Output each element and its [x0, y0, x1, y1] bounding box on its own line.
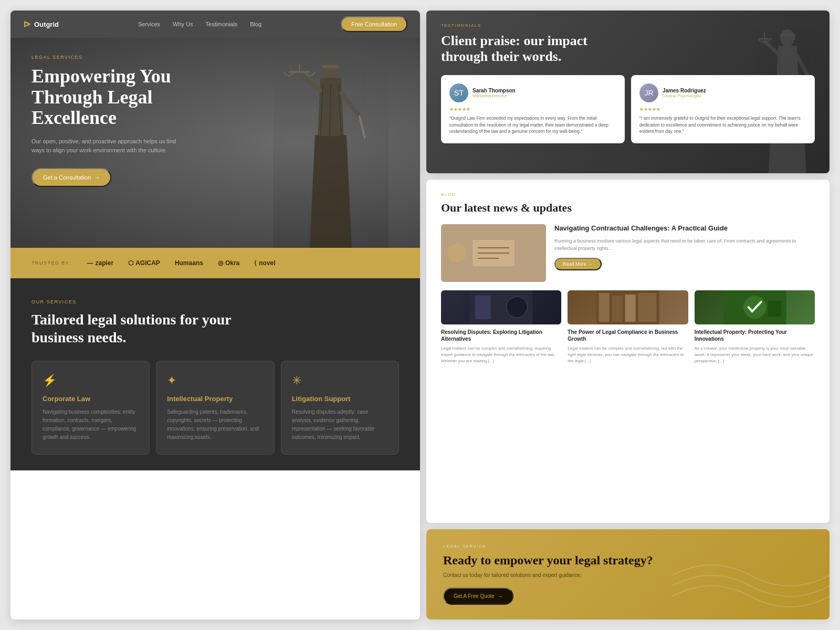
testimonial-1-info: Sarah Thompson Marketing Director	[472, 88, 516, 98]
hero-cta-label: Get a Consultation	[43, 174, 91, 181]
services-tag: OUR SERVICES	[32, 299, 399, 304]
trusted-logo-agicap: ⬡ AGICAP	[128, 259, 160, 267]
cta-section: LEGAL SERVICE Ready to empower your lega…	[426, 529, 830, 620]
nav-links: Services Why Us Testimonials Blog	[138, 21, 261, 27]
svg-point-14	[447, 244, 466, 262]
svg-rect-19	[599, 293, 610, 322]
testimonial-1-text: "Outgrid Law Firm exceeded my expectatio…	[449, 115, 616, 135]
blog-small-image-1	[441, 290, 561, 324]
trusted-section: TRUSTED BY: — zapier ⬡ AGICAP Humaans ◎ …	[10, 248, 420, 278]
trusted-logos: — zapier ⬡ AGICAP Humaans ◎ Okra ⟨ novel	[87, 259, 276, 267]
corporate-icon: ⚡	[43, 374, 139, 387]
svg-line-4	[360, 117, 365, 138]
blog-small-title-2: The Power of Legal Compliance in Busines…	[568, 329, 688, 342]
blog-small-cards: Resolving Disputes: Exploring Litigation…	[441, 290, 815, 364]
agicap-icon: ⬡	[128, 259, 133, 267]
service-card-litigation: ✳ Litigation Support Resolving disputes …	[281, 361, 399, 455]
hero-subtitle: Our open, positive, and proactive approa…	[32, 137, 189, 155]
testimonial-2-stars: ★★★★★	[639, 107, 806, 112]
blog-small-image-3	[695, 290, 815, 324]
blog-tag: BLOG	[441, 192, 815, 197]
blog-small-desc-1: Legal matters can be complex and overwhe…	[441, 345, 561, 364]
litigation-icon: ✳	[292, 374, 388, 387]
testimonials-title: Client praise: our impact through their …	[441, 33, 620, 65]
hero-title: Empowering You Through Legal Excellence	[32, 66, 231, 129]
trusted-logo-novel: ⟨ novel	[254, 259, 275, 267]
logo: ⊳ Outgrid	[23, 18, 59, 30]
nav-link-whyus[interactable]: Why Us	[173, 21, 193, 27]
blog-featured-desc: Running a business involves various lega…	[554, 237, 815, 253]
services-cards: ⚡ Corporate Law Navigating business comp…	[32, 361, 399, 455]
cta-waves	[672, 554, 830, 620]
ip-icon: ✦	[167, 374, 263, 387]
logo-text: Outgrid	[34, 20, 59, 28]
nav-link-testimonials[interactable]: Testimonials	[206, 21, 238, 27]
litigation-desc: Resolving disputes adeptly: case analysi…	[292, 408, 388, 442]
cta-btn-label: Get A Free Quote	[454, 593, 495, 599]
hero-statue	[273, 48, 388, 248]
cta-btn-arrow: →	[498, 593, 503, 599]
testimonial-2-avatar-img: JR	[639, 83, 658, 102]
nav-cta-button[interactable]: Free Consultation	[341, 16, 407, 32]
corporate-name: Corporate Law	[43, 395, 139, 403]
blog-featured-content: Navigating Contractual Challenges: A Pra…	[554, 224, 815, 282]
novel-icon: ⟨	[254, 259, 257, 267]
logo-icon: ⊳	[23, 18, 31, 30]
right-panel: TESTIMONIALS Client praise: our impact t…	[426, 10, 830, 620]
svg-rect-25	[768, 301, 781, 317]
svg-rect-16	[475, 296, 491, 319]
blog-small-card-1: Resolving Disputes: Exploring Litigation…	[441, 290, 561, 364]
testimonial-2-text: "I am immensely grateful to Outgrid for …	[639, 115, 806, 135]
blog-title: Our latest news & updates	[441, 201, 815, 215]
blog-small-desc-3: As a creator, your intellectual property…	[695, 345, 815, 364]
blog-small-desc-2: Legal matters can be complex and overwhe…	[568, 345, 688, 364]
testimonial-card-1: ST Sarah Thompson Marketing Director ★★★…	[441, 75, 625, 143]
testimonial-1-role: Marketing Director	[472, 93, 516, 98]
left-panel: ⊳ Outgrid Services Why Us Testimonials B…	[10, 10, 420, 620]
testimonials-tag: TESTIMONIALS	[441, 23, 815, 28]
hero-cta-button[interactable]: Get a Consultation →	[32, 168, 111, 187]
testimonials-section: TESTIMONIALS Client praise: our impact t…	[426, 10, 830, 173]
svg-rect-20	[612, 296, 623, 322]
testimonial-1-name: Sarah Thompson	[472, 88, 516, 93]
svg-point-17	[507, 297, 528, 318]
okra-icon: ◎	[218, 259, 223, 267]
corporate-desc: Navigating business complexities: entity…	[43, 408, 139, 442]
litigation-name: Litigation Support	[292, 395, 388, 403]
trusted-logo-humaans: Humaans	[175, 259, 203, 267]
testimonial-2-role: Clinical Psychologist	[663, 93, 706, 98]
nav-link-services[interactable]: Services	[138, 21, 160, 27]
nav-link-blog[interactable]: Blog	[250, 21, 261, 27]
cta-tag: LEGAL SERVICE	[443, 544, 813, 549]
blog-read-more-button[interactable]: Read More →	[554, 258, 602, 270]
testimonial-1-stars: ★★★★★	[449, 107, 616, 112]
blog-small-card-2: The Power of Legal Compliance in Busines…	[568, 290, 688, 364]
testimonial-1-avatar-row: ST Sarah Thompson Marketing Director	[449, 83, 616, 102]
blog-featured-img-inner	[441, 224, 546, 282]
blog-featured-image	[441, 224, 546, 282]
testimonial-2-info: James Rodriguez Clinical Psychologist	[663, 88, 706, 98]
service-card-ip: ✦ Intellectual Property Safeguarding pat…	[156, 361, 274, 455]
blog-featured-title: Navigating Contractual Challenges: A Pra…	[554, 224, 815, 233]
testimonial-2-avatar: JR	[639, 83, 658, 102]
svg-point-0	[322, 60, 339, 79]
testimonial-2-avatar-row: JR James Rodriguez Clinical Psychologist	[639, 83, 806, 102]
blog-small-title-3: Intellectual Property: Protecting Your I…	[695, 329, 815, 342]
services-section: OUR SERVICES Tailored legal solutions fo…	[10, 278, 420, 470]
zapier-dash: —	[87, 259, 93, 267]
svg-rect-22	[638, 293, 657, 322]
svg-rect-1	[322, 65, 339, 68]
cta-button[interactable]: Get A Free Quote →	[443, 587, 513, 605]
blog-section: BLOG Our latest news & updates Navigatin…	[426, 180, 830, 523]
ip-name: Intellectual Property	[167, 395, 263, 403]
services-title: Tailored legal solutions for your busine…	[32, 311, 252, 346]
navbar: ⊳ Outgrid Services Why Us Testimonials B…	[10, 10, 420, 38]
blog-small-title-1: Resolving Disputes: Exploring Litigation…	[441, 329, 561, 342]
ip-desc: Safeguarding patents, trademarks, copyri…	[167, 408, 263, 442]
testimonial-1-avatar-img: ST	[449, 83, 468, 102]
svg-rect-21	[625, 295, 636, 322]
testimonials-content: TESTIMONIALS Client praise: our impact t…	[426, 10, 830, 156]
testimonial-2-name: James Rodriguez	[663, 88, 706, 93]
service-card-corporate: ⚡ Corporate Law Navigating business comp…	[32, 361, 150, 455]
blog-read-more-label: Read More	[563, 261, 586, 267]
